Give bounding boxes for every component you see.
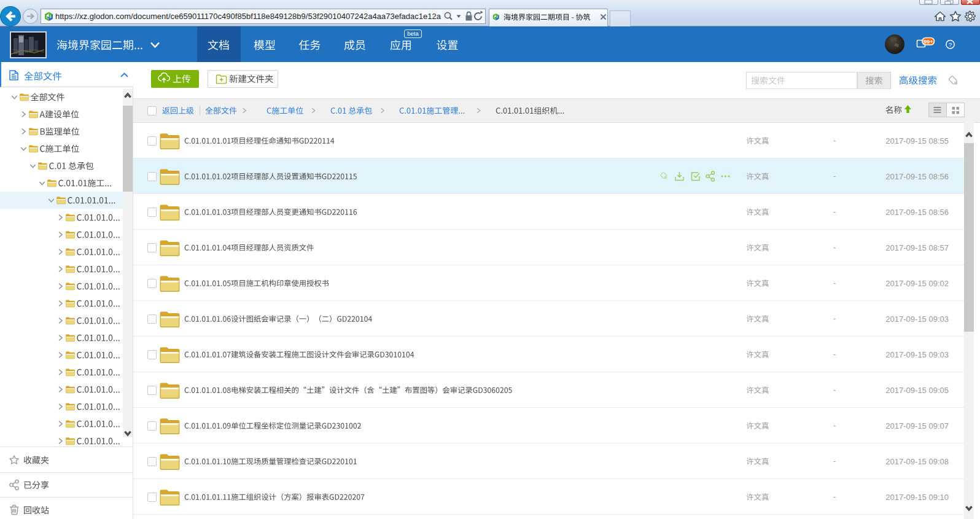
svg-text:-: - [833,208,836,216]
svg-text:-: - [833,243,836,252]
svg-text:-: - [833,386,836,394]
svg-text:2017-09-15 09:08: 2017-09-15 09:08 [885,457,949,466]
svg-text:-: - [833,493,836,501]
svg-text:2017-09-15 09:07: 2017-09-15 09:07 [885,421,949,431]
svg-text:-: - [833,279,836,287]
svg-text:2017-09-15 08:57: 2017-09-15 08:57 [885,243,949,252]
svg-text:-: - [833,457,836,466]
svg-text:2017-09-15 09:05: 2017-09-15 09:05 [885,386,949,395]
svg-text:2017-09-15 09:03: 2017-09-15 09:03 [885,350,949,359]
svg-text:-: - [833,314,836,323]
svg-text:2017-09-15 08:56: 2017-09-15 08:56 [885,208,949,217]
svg-text:2017-09-15 08:55: 2017-09-15 08:55 [885,136,949,146]
svg-text:-: - [833,421,836,430]
svg-text:2017-09-15 09:02: 2017-09-15 09:02 [885,279,949,288]
svg-text:2017-09-15 09:10: 2017-09-15 09:10 [885,493,949,502]
svg-text:2017-09-15 09:03: 2017-09-15 09:03 [885,314,949,324]
svg-text:-: - [833,350,836,359]
svg-text:-: - [833,136,836,145]
